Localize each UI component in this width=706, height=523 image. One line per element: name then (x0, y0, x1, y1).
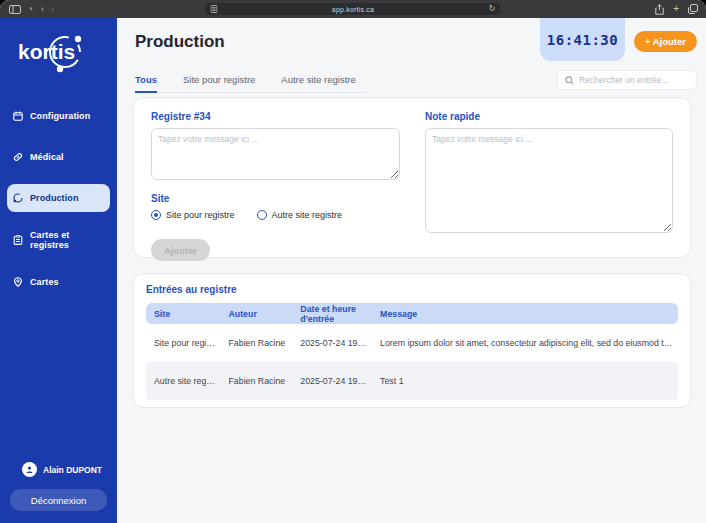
column-header-site: Site (146, 309, 220, 319)
add-button[interactable]: + Ajouter (634, 31, 697, 52)
sidebar-item-medical[interactable]: Médical (7, 143, 110, 171)
site-label: Site (151, 193, 400, 204)
tab-autre-site-registre[interactable]: Autre site registre (281, 74, 355, 92)
toolbar-dropdown-chevron-icon[interactable]: ▼ (28, 6, 34, 12)
column-header-date: Date et heure d'entrée (292, 304, 372, 324)
cell-date: 2025-07-24 19:24:09 (292, 376, 372, 386)
back-button-icon[interactable]: ‹ (41, 5, 44, 14)
sidebar-item-production[interactable]: Production (7, 184, 110, 212)
main-content: Production 16:41:30 + Ajouter Tous Site … (117, 18, 706, 523)
tab-overview-icon[interactable] (688, 4, 698, 14)
note-rapide-textarea[interactable] (425, 128, 673, 233)
search-box (557, 70, 697, 90)
table-row[interactable]: Site pour registre Fabien Racine 2025-07… (146, 324, 678, 362)
radio-selected-icon (151, 210, 161, 220)
cell-date: 2025-07-24 19:24:09 (292, 338, 372, 348)
user-profile[interactable]: Alain DUPONT (10, 462, 107, 477)
table-row[interactable]: Autre site registre Fabien Racine 2025-0… (146, 362, 678, 400)
orbit-icon (13, 189, 23, 207)
clipboard-icon (13, 231, 23, 249)
map-pin-icon (13, 273, 23, 291)
sidebar-item-cartes-et-registres[interactable]: Cartes et registres (7, 225, 110, 255)
share-icon[interactable] (655, 4, 664, 15)
sidebar-toggle-icon[interactable] (9, 5, 21, 14)
entries-table: Site Auteur Date et heure d'entrée Messa… (146, 303, 678, 400)
cell-message: Test 1 (372, 376, 678, 386)
table-title: Entrées au registre (146, 284, 678, 295)
submit-ajouter-button[interactable]: Ajouter (151, 239, 210, 261)
column-header-message: Message (372, 309, 678, 319)
logout-button[interactable]: Déconnexion (10, 489, 107, 511)
sidebar-item-cartes[interactable]: Cartes (7, 268, 110, 296)
sidebar-item-label: Cartes et registres (30, 230, 104, 250)
tab-bar: Tous Site pour registre Autre site regis… (135, 74, 367, 93)
sidebar-item-label: Configuration (30, 111, 90, 121)
sidebar: kortis Configuration Médical (0, 18, 117, 523)
browser-toolbar: ▼ ‹ › app.kortis.ca ↻ + (0, 0, 706, 18)
kortis-logo: kortis (0, 18, 117, 90)
cell-auteur: Fabien Racine (220, 338, 292, 348)
tab-tous[interactable]: Tous (135, 74, 157, 93)
avatar (22, 462, 37, 477)
address-bar[interactable]: app.kortis.ca ↻ (206, 3, 501, 15)
url-text: app.kortis.ca (332, 6, 374, 13)
cell-message: Lorem ipsum dolor sit amet, consectetur … (372, 338, 678, 348)
page-title: Production (135, 32, 225, 52)
sidebar-item-label: Production (30, 193, 79, 203)
new-tab-icon[interactable]: + (673, 4, 679, 14)
radio-site-pour-registre[interactable]: Site pour registre (151, 210, 235, 220)
note-rapide-label: Note rapide (425, 111, 673, 122)
reader-icon[interactable] (211, 5, 218, 13)
cell-auteur: Fabien Racine (220, 376, 292, 386)
forward-button-icon[interactable]: › (51, 5, 54, 14)
user-name: Alain DUPONT (43, 465, 102, 475)
sidebar-item-label: Médical (30, 152, 64, 162)
sidebar-item-label: Cartes (30, 277, 59, 287)
sidebar-item-configuration[interactable]: Configuration (7, 102, 110, 130)
search-input[interactable] (579, 75, 689, 85)
table-header-row: Site Auteur Date et heure d'entrée Messa… (146, 303, 678, 324)
cell-site: Autre site registre (146, 376, 220, 386)
entries-table-card: Entrées au registre Site Auteur Date et … (133, 273, 691, 408)
registre-message-textarea[interactable] (151, 128, 400, 180)
radio-autre-site-registre[interactable]: Autre site registre (257, 210, 343, 220)
registre-form-card: Registre #34 Site Site pour registre Aut… (133, 97, 691, 258)
radio-label: Autre site registre (272, 210, 343, 220)
logo-text: kortis (18, 40, 75, 63)
calendar-icon (13, 107, 23, 125)
sidebar-nav: Configuration Médical Production (0, 90, 117, 296)
registre-label: Registre #34 (151, 111, 400, 122)
radio-label: Site pour registre (166, 210, 235, 220)
browser-window: ▼ ‹ › app.kortis.ca ↻ + (0, 0, 706, 523)
pill-icon (13, 148, 23, 166)
radio-unselected-icon (257, 210, 267, 220)
reload-icon[interactable]: ↻ (489, 4, 496, 14)
cell-site: Site pour registre (146, 338, 220, 348)
column-header-auteur: Auteur (220, 309, 292, 319)
tab-site-pour-registre[interactable]: Site pour registre (183, 74, 255, 92)
search-icon (565, 71, 574, 89)
clock-display: 16:41:30 (540, 18, 625, 61)
site-radio-group: Site pour registre Autre site registre (151, 210, 400, 220)
